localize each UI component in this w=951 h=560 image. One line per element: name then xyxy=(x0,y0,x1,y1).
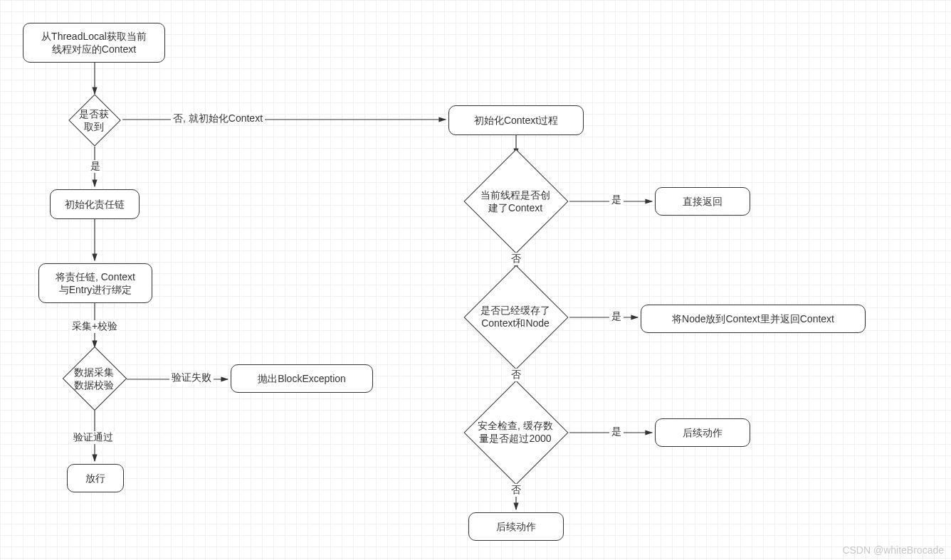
node-put-node: 将Node放到Context里并返回Context xyxy=(641,305,866,333)
throw-text: 抛出BlockException xyxy=(258,372,346,385)
bind-text: 将责任链, Context与Entry进行绑定 xyxy=(56,270,135,296)
throw-node: 抛出BlockException xyxy=(231,364,373,393)
start-text: 从ThreadLocal获取当前线程对应的Context xyxy=(41,30,147,56)
label-created-yes: 是 xyxy=(609,194,624,206)
start-node: 从ThreadLocal获取当前线程对应的Context xyxy=(23,23,165,63)
label-collect-check: 采集+校验 xyxy=(70,320,120,333)
pass-node: 放行 xyxy=(67,464,124,492)
init-chain-text: 初始化责任链 xyxy=(65,198,125,211)
follow1-text: 后续动作 xyxy=(683,426,723,439)
label-cached-no: 否 xyxy=(509,369,523,381)
init-context-node: 初始化Context过程 xyxy=(448,105,584,135)
follow2-text: 后续动作 xyxy=(496,520,536,533)
node-put-text: 将Node放到Context里并返回Context xyxy=(672,312,834,325)
label-cached-yes: 是 xyxy=(609,310,624,323)
label-yes-got: 是 xyxy=(88,160,103,173)
watermark: CSDN @whiteBrocade xyxy=(842,544,944,556)
follow2-node: 后续动作 xyxy=(468,512,564,541)
pass-text: 放行 xyxy=(85,472,105,485)
init-context-text: 初始化Context过程 xyxy=(474,114,558,127)
label-verify-fail: 验证失败 xyxy=(169,371,214,384)
follow1-node: 后续动作 xyxy=(655,418,750,447)
label-safe-yes: 是 xyxy=(609,426,624,438)
return-direct-text: 直接返回 xyxy=(683,195,723,208)
label-created-no: 否 xyxy=(509,253,523,265)
label-safe-no: 否 xyxy=(509,484,523,497)
init-chain-node: 初始化责任链 xyxy=(50,189,140,219)
bind-node: 将责任链, Context与Entry进行绑定 xyxy=(38,263,152,303)
label-no-init-context: 否, 就初始化Context xyxy=(171,112,265,125)
label-verify-pass: 验证通过 xyxy=(71,431,115,444)
return-direct-node: 直接返回 xyxy=(655,187,750,216)
